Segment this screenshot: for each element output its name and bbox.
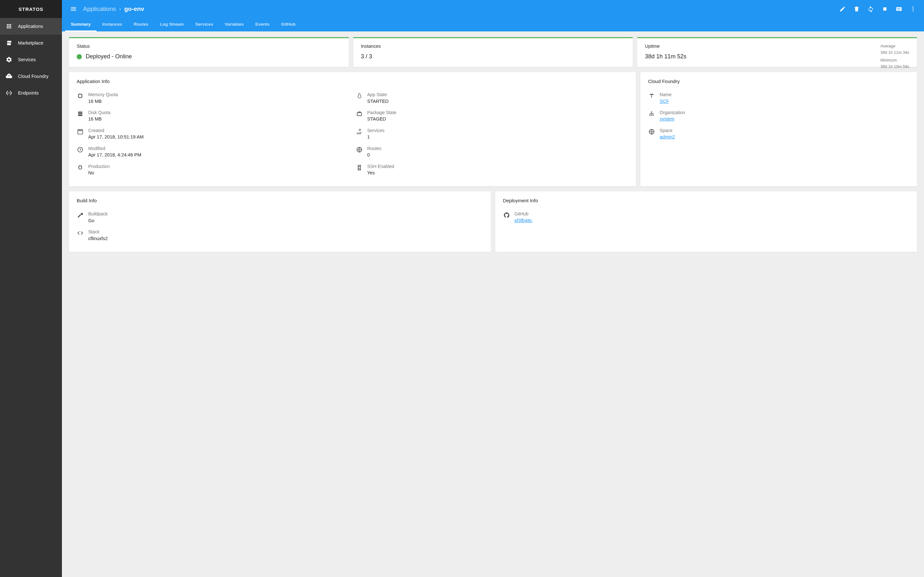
uptime-avg-value: 38d 1h 11m 34s [880, 49, 909, 56]
cli-button[interactable] [893, 3, 905, 15]
tab-github[interactable]: GitHub [275, 18, 301, 31]
svg-point-4 [913, 8, 913, 9]
deploy-github: GitHubef3fb48c [503, 209, 909, 227]
tab-variables[interactable]: Variables [219, 18, 249, 31]
uptime-avg-label: Average [880, 43, 909, 49]
touch-icon [356, 92, 363, 99]
edit-button[interactable] [836, 3, 849, 15]
svg-point-8 [651, 111, 652, 112]
svg-point-1 [7, 93, 8, 93]
package-icon [356, 110, 363, 117]
calendar-icon [77, 128, 84, 135]
cf-card-title: Cloud Foundry [648, 79, 909, 84]
keyboard-icon [896, 6, 902, 12]
stop-icon [882, 6, 888, 12]
apps-grid-icon [6, 23, 12, 29]
build-title: Build Info [77, 198, 483, 203]
sidebar-item-label: Services [18, 57, 36, 62]
status-title: Status [77, 44, 341, 49]
service-hand-icon [356, 128, 363, 135]
breadcrumb: Applications › go-env [83, 5, 144, 13]
cf-space-link[interactable]: admin2 [660, 134, 675, 139]
breadcrumb-parent[interactable]: Applications [83, 5, 116, 13]
svg-point-11 [653, 114, 654, 115]
svg-point-0 [9, 93, 10, 93]
sidebar-item-endpoints[interactable]: Endpoints [0, 85, 62, 101]
sidebar-item-services[interactable]: Services [0, 51, 62, 68]
build-stack: Stackcflinuxfs2 [77, 227, 483, 245]
svg-point-2 [10, 93, 11, 93]
cf-name-link[interactable]: SCF [660, 99, 669, 104]
info-disk-quota: Disk Quota16 MB [77, 108, 349, 126]
uptime-min-label: Minimum [880, 57, 909, 63]
cf-org: Organizationsystem [648, 108, 909, 126]
disk-icon [77, 110, 84, 117]
sidebar-item-marketplace[interactable]: Marketplace [0, 35, 62, 51]
trash-icon [853, 6, 860, 12]
instances-value: 3 / 3 [361, 53, 625, 60]
sidebar-item-cloud-foundry[interactable]: Cloud Foundry [0, 68, 62, 85]
brand-logo: STRATOS [0, 0, 62, 18]
clock-icon [77, 146, 84, 153]
svg-point-3 [913, 7, 913, 8]
status-card: Status Deployed - Online [69, 37, 349, 67]
globe-icon [648, 128, 655, 135]
org-icon [648, 110, 655, 117]
github-icon [503, 211, 510, 219]
instances-title: Instances [361, 44, 625, 49]
more-button[interactable] [907, 3, 919, 15]
bug-icon [77, 164, 84, 171]
tab-events[interactable]: Events [250, 18, 275, 31]
sidebar-item-label: Cloud Foundry [18, 74, 48, 79]
uptime-value: 38d 1h 11m 52s [645, 53, 909, 60]
deploy-commit-link[interactable]: ef3fb48c [515, 218, 533, 223]
tab-summary[interactable]: Summary [65, 18, 97, 31]
uptime-card: Uptime 38d 1h 11m 52s Average 38d 1h 11m… [637, 37, 917, 67]
cf-org-link[interactable]: system [660, 116, 674, 121]
tab-routes[interactable]: Routes [128, 18, 154, 31]
info-modified: ModifiedApr 17, 2018, 4:24:46 PM [77, 143, 349, 161]
sidebar-item-applications[interactable]: Applications [0, 18, 62, 35]
tabs: Summary Instances Routes Log Stream Serv… [62, 18, 924, 31]
menu-toggle-button[interactable] [66, 5, 81, 13]
breadcrumb-current: go-env [124, 5, 144, 13]
info-ssh: SSH EnabledYes [356, 161, 628, 179]
services-icon [6, 56, 12, 63]
status-indicator-icon [77, 54, 82, 59]
sidebar: STRATOS Applications Marketplace Service… [0, 0, 62, 577]
code-icon [77, 229, 84, 237]
more-vert-icon [910, 6, 916, 12]
app-info-title: Application Info [77, 79, 628, 84]
pencil-icon [839, 6, 846, 12]
cf-space: Spaceadmin2 [648, 126, 909, 143]
tab-instances[interactable]: Instances [97, 18, 128, 31]
header: Applications › go-env Summary Instances … [62, 0, 924, 31]
svg-point-10 [651, 114, 652, 115]
svg-point-9 [649, 114, 650, 115]
hamburger-icon [70, 5, 77, 13]
globe-icon [356, 146, 363, 153]
chevron-right-icon: › [119, 6, 121, 12]
developer-mode-icon [356, 164, 363, 171]
delete-button[interactable] [850, 3, 863, 15]
tab-log-stream[interactable]: Log Stream [154, 18, 190, 31]
memory-icon [77, 92, 84, 99]
stop-button[interactable] [879, 3, 891, 15]
content-area: Status Deployed - Online Instances 3 / 3 [62, 31, 924, 577]
store-icon [6, 40, 12, 46]
build-info-card: Build Info BuildpackGo Stackcflinuxfs2 [69, 191, 491, 252]
info-memory-quota: Memory Quota16 MB [77, 90, 349, 108]
tab-services[interactable]: Services [190, 18, 219, 31]
sidebar-item-label: Endpoints [18, 90, 39, 95]
status-text: Deployed - Online [86, 53, 132, 60]
cf-name: NameSCF [648, 90, 909, 108]
text-icon [648, 92, 655, 99]
instances-card: Instances 3 / 3 [353, 37, 633, 67]
build-buildpack: BuildpackGo [77, 209, 483, 227]
uptime-min-value: 38d 1h 10m 59s [880, 63, 909, 70]
svg-point-5 [913, 10, 913, 11]
sidebar-item-label: Applications [18, 24, 43, 29]
deployment-info-card: Deployment Info GitHubef3fb48c [495, 191, 917, 252]
restart-button[interactable] [864, 3, 877, 15]
restart-icon [867, 6, 874, 12]
